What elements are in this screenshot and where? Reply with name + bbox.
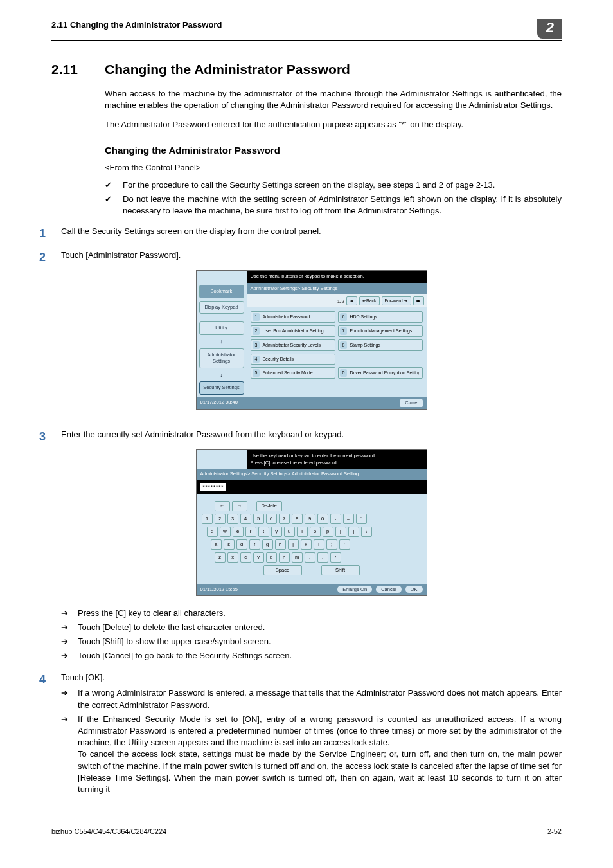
key[interactable]: ; (326, 539, 337, 550)
pager-forward-button[interactable]: For-ward ↠ (382, 296, 411, 305)
cursor-left-key[interactable]: ← (215, 501, 230, 511)
key[interactable]: v (253, 552, 264, 563)
key[interactable]: j (288, 539, 299, 550)
key[interactable]: q (207, 527, 218, 537)
key[interactable]: y (271, 527, 282, 537)
onscreen-keyboard: ← → De-lete 1 2 3 4 5 6 7 (197, 494, 427, 584)
check-icon: ✔ (105, 194, 114, 217)
pager-first-button[interactable]: ⏮ (346, 296, 357, 305)
key[interactable]: g (262, 539, 273, 550)
display-keypad-button[interactable]: Display Keypad (199, 301, 244, 314)
key[interactable]: t (258, 527, 269, 537)
option-userbox-admin[interactable]: 2User Box Administrator Setting (251, 325, 335, 337)
page-header: 2.11 Changing the Administrator Password… (51, 19, 562, 41)
arrow-icon: ➔ (61, 650, 71, 662)
key[interactable]: = (343, 514, 354, 524)
shift-key[interactable]: Shift (321, 565, 360, 575)
key[interactable]: f (249, 539, 260, 550)
key[interactable]: , (305, 552, 315, 563)
space-key[interactable]: Space (263, 565, 302, 575)
key[interactable]: h (275, 539, 286, 550)
check-icon: ✔ (105, 179, 114, 191)
key[interactable]: 2 (215, 514, 226, 524)
key[interactable]: 4 (240, 514, 251, 524)
option-admin-password[interactable]: 1Administrator Password (251, 311, 335, 323)
delete-key[interactable]: De-lete (256, 501, 282, 511)
key[interactable]: 8 (292, 514, 303, 524)
key[interactable]: r (245, 527, 256, 537)
close-button[interactable]: Close (400, 399, 422, 408)
key[interactable]: - (330, 514, 341, 524)
key[interactable]: 6 (266, 514, 277, 524)
key[interactable]: z (215, 552, 226, 563)
key[interactable]: . (317, 552, 328, 563)
key[interactable]: p (323, 527, 333, 537)
security-settings-screenshot: Bookmark Display Keypad Utility ↓ Admini… (196, 270, 427, 410)
password-input[interactable]: ******** (200, 483, 227, 491)
pager-back-button[interactable]: ↞Back (359, 296, 380, 305)
section-heading: 2.11 Changing the Administrator Password (51, 60, 562, 78)
key[interactable]: u (284, 527, 295, 537)
step-3-notes: ➔Press the [C] key to clear all characte… (61, 608, 562, 662)
password-field-area: ******** (197, 480, 427, 494)
hint-bar: Use the menu buttons or keypad to make a… (247, 271, 427, 283)
key[interactable]: n (279, 552, 290, 563)
option-stamp-settings[interactable]: 8Stamp Settings (338, 339, 423, 351)
step-3-text: Enter the currently set Administrator Pa… (61, 429, 344, 439)
step-1-text: Call the Security Settings screen on the… (61, 226, 321, 236)
key[interactable]: ] (348, 527, 359, 537)
footer-page: 2-52 (547, 827, 562, 836)
subheading: Changing the Administrator Password (105, 143, 562, 157)
key[interactable]: 1 (202, 514, 213, 524)
key[interactable]: 7 (279, 514, 290, 524)
step-4-text: Touch [OK]. (61, 673, 105, 682)
password-entry-screenshot: Use the keyboard or keypad to enter the … (196, 449, 427, 595)
key[interactable]: [ (335, 527, 346, 537)
key[interactable]: l (314, 539, 324, 550)
option-security-details[interactable]: 4Security Details (251, 354, 335, 365)
cancel-button[interactable]: Cancel (376, 586, 401, 593)
arrow-icon: ➔ (61, 622, 71, 633)
cursor-right-key[interactable]: → (232, 501, 247, 511)
key[interactable]: m (292, 552, 303, 563)
check-item-1: For the procedure to call the Security S… (123, 179, 495, 191)
key[interactable]: 9 (305, 514, 315, 524)
key[interactable]: 3 (227, 514, 238, 524)
down-arrow-icon: ↓ (199, 371, 244, 379)
keyboard-row-1: 1 2 3 4 5 6 7 8 9 0 - = ` (202, 514, 422, 524)
procedure-steps: 1 Call the Security Settings screen on t… (51, 226, 562, 798)
option-enhanced-security[interactable]: 5Enhanced Security Mode (251, 367, 335, 379)
option-driver-password[interactable]: 0Driver Password Encryption Setting (338, 367, 423, 379)
option-hdd-settings[interactable]: 6HDD Settings (338, 311, 423, 323)
option-function-mgmt[interactable]: 7Function Management Settings (338, 325, 423, 337)
key[interactable]: w (220, 527, 231, 537)
key[interactable]: / (330, 552, 341, 563)
enlarge-button[interactable]: Enlarge On (337, 586, 372, 593)
key[interactable]: o (310, 527, 321, 537)
key[interactable]: i (297, 527, 308, 537)
key[interactable]: ' (339, 539, 350, 550)
bookmark-button[interactable]: Bookmark (199, 285, 244, 298)
key[interactable]: c (240, 552, 251, 563)
key[interactable]: d (236, 539, 247, 550)
key[interactable]: \ (361, 527, 372, 537)
key[interactable]: x (227, 552, 238, 563)
note-4b: If the Enhanced Security Mode is set to … (78, 714, 562, 747)
security-settings-button[interactable]: Security Settings (199, 381, 244, 395)
key[interactable]: k (301, 539, 312, 550)
key[interactable]: a (211, 539, 222, 550)
ok-button[interactable]: OK (405, 586, 423, 593)
header-title: 2.11 Changing the Administrator Password (51, 19, 222, 31)
key[interactable]: s (224, 539, 235, 550)
admin-settings-button[interactable]: Administrator Settings (199, 348, 244, 368)
option-admin-sec-levels[interactable]: 3Administrator Security Levels (251, 339, 335, 351)
key[interactable]: 5 (253, 514, 264, 524)
key[interactable]: e (233, 527, 244, 537)
keyboard-row-2: q w e r t y u i o p [ ] \ (207, 527, 422, 537)
pager-last-button[interactable]: ⏭ (413, 296, 424, 305)
utility-button[interactable]: Utility (199, 321, 244, 335)
key[interactable]: 0 (317, 514, 328, 524)
keyboard-row-4: z x c v b n m , . / (215, 552, 422, 563)
key[interactable]: ` (356, 514, 367, 524)
key[interactable]: b (266, 552, 277, 563)
